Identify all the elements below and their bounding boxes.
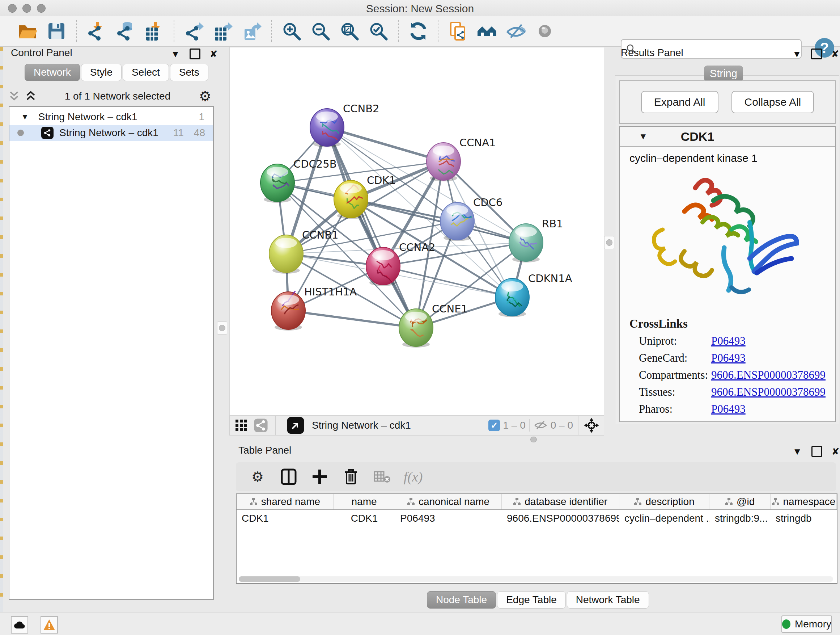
table-toolbar: ⚙ f(x) <box>236 462 836 491</box>
memory-ok-icon <box>782 619 790 629</box>
network-options-gear-icon[interactable]: ⚙ <box>199 89 211 103</box>
collection-expander-icon[interactable]: ▼ <box>21 112 29 122</box>
memory-button[interactable]: Memory <box>782 616 832 633</box>
export-image-icon[interactable] <box>240 20 263 42</box>
network-collection-row[interactable]: ▼ String Network – cdk1 1 <box>9 109 213 125</box>
birdseye-grid-icon[interactable] <box>232 416 251 435</box>
control-panel-tabs: NetworkStyleSelectSets <box>25 64 210 81</box>
svg-text:CDK1: CDK1 <box>367 174 396 187</box>
gene-header-row[interactable]: ▼ CDK1 <box>620 127 835 147</box>
table-row[interactable]: CDK1CDK1P064939606.ENSP00000378699cyclin… <box>237 510 837 527</box>
network-canvas[interactable]: CCNB2 CCNA1 CDC25B CDK1 CDC6 RB1 CCNB1 <box>229 47 604 416</box>
close-table-icon[interactable]: ✘ <box>832 446 840 457</box>
import-database-icon[interactable] <box>114 20 136 42</box>
warnings-icon[interactable] <box>41 616 58 633</box>
save-icon[interactable] <box>45 20 68 42</box>
crosslink-value-link[interactable]: P06493 <box>711 334 745 348</box>
show-columns-icon[interactable] <box>279 467 298 486</box>
gene-description: cyclin–dependent kinase 1 <box>620 147 835 165</box>
delete-column-icon[interactable] <box>341 467 360 486</box>
hidden-count: 0 – 0 <box>551 420 573 431</box>
tab-sets[interactable]: Sets <box>170 64 208 81</box>
network-view-toolbar: String Network – cdk1 ✓ 1 – 0 0 – 0 <box>229 415 604 435</box>
tab-network-table[interactable]: Network Table <box>567 591 649 608</box>
homes-icon[interactable] <box>476 20 498 42</box>
collapse-results-icon[interactable]: ▼ <box>792 49 802 59</box>
cell-name: CDK1 <box>333 513 395 524</box>
tab-select[interactable]: Select <box>123 64 169 81</box>
close-results-icon[interactable]: ✘ <box>831 49 839 59</box>
close-panel-icon[interactable]: ✘ <box>210 49 218 59</box>
column-header-canonical-name[interactable]: canonical name <box>395 494 502 509</box>
tab-string[interactable]: String <box>704 65 743 81</box>
expand-all-button[interactable]: Expand All <box>641 91 718 113</box>
collection-count: 1 <box>199 111 204 123</box>
string-share-icon[interactable] <box>251 416 270 435</box>
float-results-icon[interactable] <box>811 49 822 59</box>
table-options-gear-icon[interactable]: ⚙ <box>248 467 267 486</box>
bottom-splitter-handle[interactable] <box>531 437 537 442</box>
gene-symbol: CDK1 <box>681 130 714 144</box>
open-folder-icon[interactable] <box>16 20 39 42</box>
gene-expander-icon[interactable]: ▼ <box>639 131 647 141</box>
import-table-icon[interactable] <box>143 20 165 42</box>
float-panel-icon[interactable] <box>189 49 201 59</box>
expand-all-icon[interactable] <box>25 90 36 102</box>
selected-checkbox-icon[interactable]: ✓ <box>488 420 500 431</box>
network-node-CCNB1: CCNB1 <box>269 229 339 274</box>
column-header-shared-name[interactable]: shared name <box>237 494 333 509</box>
network-node-RB1: RB1 <box>509 218 563 263</box>
table-hscrollbar[interactable] <box>239 576 833 582</box>
open-view-arrow-icon[interactable] <box>287 417 304 434</box>
network-node-CCNA1: CCNA1 <box>426 136 496 181</box>
collapse-panel-icon[interactable]: ▼ <box>171 49 180 59</box>
create-column-icon[interactable] <box>310 467 329 486</box>
column-header-database-identifier[interactable]: database identifier <box>502 494 619 509</box>
share-document-icon[interactable] <box>447 20 469 42</box>
zoom-selected-icon[interactable] <box>367 20 390 42</box>
svg-text:HIST1H1A: HIST1H1A <box>304 286 357 298</box>
export-table-icon[interactable] <box>212 20 234 42</box>
zoom-in-icon[interactable] <box>280 20 303 42</box>
refresh-icon[interactable] <box>407 20 429 42</box>
svg-text:CDKN1A: CDKN1A <box>528 272 572 285</box>
column-header-name[interactable]: name <box>333 494 395 509</box>
tab-style[interactable]: Style <box>81 64 122 81</box>
tab-node-table[interactable]: Node Table <box>427 591 496 608</box>
control-panel: Control Panel ▼ ✘ NetworkStyleSelectSets… <box>4 47 215 601</box>
column-header-@id[interactable]: @id <box>709 494 770 509</box>
eye-icon[interactable] <box>534 20 556 42</box>
export-network-icon[interactable] <box>183 20 205 42</box>
zoom-fit-icon[interactable] <box>338 20 361 42</box>
crosslink-label: Compartments: <box>639 369 711 382</box>
import-network-icon[interactable] <box>85 20 107 42</box>
crosslink-value-link[interactable]: 9606.ENSP00000378699 <box>711 386 826 399</box>
status-bar: Memory <box>0 613 840 635</box>
tab-network[interactable]: Network <box>25 64 80 81</box>
crosslink-value-link[interactable]: P06493 <box>711 402 745 416</box>
tab-edge-table[interactable]: Edge Table <box>497 591 566 608</box>
collapse-table-icon[interactable]: ▼ <box>793 446 802 457</box>
network-view-title: String Network – cdk1 <box>312 420 411 431</box>
crosslink-value-link[interactable]: 9606.ENSP00000378699 <box>711 369 826 382</box>
left-splitter-handle[interactable] <box>217 321 227 334</box>
memory-label: Memory <box>795 618 831 630</box>
table-panel-title: Table Panel <box>238 445 291 456</box>
crosslink-label: GeneCard: <box>639 352 711 364</box>
crosslink-label: Uniprot: <box>639 334 711 348</box>
column-header-description[interactable]: description <box>619 494 710 509</box>
crosslink-value-link[interactable]: P06493 <box>711 352 745 364</box>
right-splitter-handle[interactable] <box>604 236 614 249</box>
zoom-out-icon[interactable] <box>309 20 332 42</box>
crosslink-label: Tissues: <box>639 386 711 399</box>
collapse-all-icon[interactable] <box>9 90 19 102</box>
network-row-selected[interactable]: String Network – cdk1 11 48 <box>9 125 213 141</box>
collapse-all-button[interactable]: Collapse All <box>731 91 814 113</box>
float-table-icon[interactable] <box>812 446 822 457</box>
main-toolbar: ? <box>0 16 840 47</box>
function-builder-icon: f(x) <box>404 467 423 486</box>
hide-eye-icon[interactable] <box>505 20 527 42</box>
column-header-namespace[interactable]: namespace <box>771 494 837 509</box>
fit-selected-crosshair-icon[interactable] <box>584 417 600 433</box>
automation-cloud-icon[interactable] <box>11 616 28 633</box>
